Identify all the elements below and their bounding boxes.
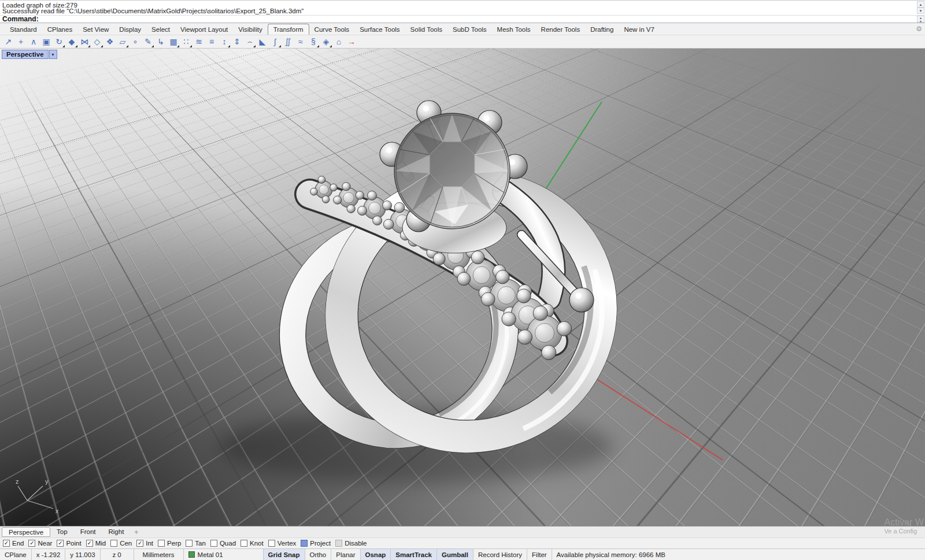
set-points-icon[interactable]: ≡ — [205, 36, 218, 48]
checkbox-quad[interactable] — [210, 540, 217, 547]
move-icon[interactable]: ↗ — [2, 36, 14, 48]
cage-edit-icon[interactable]: ◈ — [320, 36, 332, 48]
viewport-tab-front[interactable]: Front — [74, 527, 102, 537]
add-viewport-icon[interactable]: + — [130, 528, 142, 536]
osnap-knot[interactable]: Knot — [240, 540, 264, 547]
checkbox-near[interactable]: ✓ — [28, 540, 35, 547]
osnap-project[interactable]: Project — [301, 540, 331, 547]
status-cplane[interactable]: CPlane — [0, 549, 32, 560]
osnap-tan[interactable]: Tan — [186, 540, 206, 547]
osnap-cen[interactable]: Cen — [110, 540, 132, 547]
toolbar-tab-subd-tools[interactable]: SubD Tools — [447, 24, 492, 35]
orient-icon[interactable]: ∘ — [129, 36, 142, 48]
toolbar-tab-select[interactable]: Select — [146, 24, 175, 35]
status-available-physical-memory-6966-mb[interactable]: Available physical memory: 6966 MB — [552, 549, 925, 560]
scale-3d-icon[interactable]: ❖ — [103, 36, 116, 48]
command-prompt[interactable]: Command: — [0, 15, 925, 23]
toolbar-tab-cplanes[interactable]: CPlanes — [42, 24, 77, 35]
toolbar-tab-set-view[interactable]: Set View — [77, 24, 114, 35]
toolbar-tab-visibility[interactable]: Visibility — [233, 24, 267, 35]
osnap-near[interactable]: ✓Near — [28, 540, 52, 547]
scroll-up-icon[interactable]: ▲ — [917, 1, 924, 8]
scroll-down-icon[interactable]: ▼ — [917, 8, 924, 14]
flow-surface-icon[interactable]: ∬ — [282, 36, 294, 48]
viewport-dropdown-icon[interactable]: ▼ — [49, 50, 57, 59]
toolbar-tab-standard[interactable]: Standard — [5, 24, 42, 35]
checkbox-project[interactable] — [301, 540, 308, 547]
scale-nonuniform-icon[interactable]: ⇕ — [231, 36, 243, 48]
status-y-11-003[interactable]: y 11.003 — [65, 549, 100, 560]
taper-icon[interactable]: ◣ — [256, 36, 269, 48]
drag-icon[interactable]: + — [14, 36, 27, 48]
status-grid-snap[interactable]: Grid Snap — [264, 549, 305, 560]
checkbox-point[interactable]: ✓ — [57, 540, 64, 547]
scale-1d-icon[interactable]: ↕ — [218, 36, 231, 48]
osnap-point[interactable]: ✓Point — [57, 540, 81, 547]
command-area[interactable]: Loaded graph of size:279 Successfully re… — [0, 1, 925, 23]
orient-on-curve-icon[interactable]: ∧ — [27, 36, 40, 48]
status-planar[interactable]: Planar — [331, 549, 360, 560]
checkbox-perp[interactable] — [158, 540, 165, 547]
toolbar-tab-transform[interactable]: Transform — [268, 24, 309, 35]
array-icon[interactable]: ▦ — [167, 36, 180, 48]
toolbar-tab-display[interactable]: Display — [114, 24, 146, 35]
osnap-perp[interactable]: Perp — [158, 540, 181, 547]
bend-icon[interactable]: ⌢ — [243, 36, 256, 48]
status-z-0[interactable]: z 0 — [101, 549, 134, 560]
status-millimeters[interactable]: Millimeters — [134, 549, 184, 560]
osnap-quad[interactable]: Quad — [210, 540, 236, 547]
osnap-vertex[interactable]: Vertex — [268, 540, 297, 547]
checkbox-end[interactable]: ✓ — [3, 540, 10, 547]
toolbar-tab-render-tools[interactable]: Render Tools — [536, 24, 586, 35]
dome-icon[interactable]: ⌂ — [332, 36, 345, 48]
checkbox-int[interactable]: ✓ — [136, 540, 143, 547]
perspective-viewport[interactable]: z y x Perspective ▼ — [0, 49, 925, 526]
osnap-end[interactable]: ✓End — [3, 540, 24, 547]
status-osnap[interactable]: Osnap — [361, 549, 391, 560]
checkbox-knot[interactable] — [240, 540, 247, 547]
twist-icon[interactable]: § — [307, 36, 320, 48]
exit-arrow-icon[interactable]: → — [345, 36, 358, 48]
viewport-tab-perspective[interactable]: Perspective — [2, 527, 50, 537]
checkbox-mid[interactable]: ✓ — [86, 540, 93, 547]
toolbar-tab-drafting[interactable]: Drafting — [585, 24, 619, 35]
viewport-tab-top[interactable]: Top — [50, 527, 74, 537]
array-polar-icon[interactable]: ∷ — [180, 36, 193, 48]
toolbar-tab-surface-tools[interactable]: Surface Tools — [354, 24, 405, 35]
viewport-tab-right[interactable]: Right — [102, 527, 130, 537]
remap-cplane-icon[interactable]: ↳ — [154, 36, 167, 48]
gear-icon[interactable]: ⚙ — [916, 25, 922, 33]
toolbar-tab-mesh-tools[interactable]: Mesh Tools — [492, 24, 536, 35]
toolbar-tab-solid-tools[interactable]: Solid Tools — [405, 24, 447, 35]
status-ortho[interactable]: Ortho — [305, 549, 332, 560]
flow-icon[interactable]: ∫ — [269, 36, 282, 48]
status-smarttrack[interactable]: SmartTrack — [391, 549, 437, 560]
status-filter[interactable]: Filter — [527, 549, 552, 560]
toolbar-tab-curve-tools[interactable]: Curve Tools — [309, 24, 355, 35]
osnap-disable[interactable]: Disable — [335, 540, 367, 547]
rotate-3d-icon[interactable]: ◆ — [65, 36, 78, 48]
command-spinner[interactable]: ▲▼ — [917, 16, 924, 23]
orient-2pt-icon[interactable]: ✎ — [142, 36, 154, 48]
status-gumball[interactable]: Gumball — [437, 549, 473, 560]
checkbox-vertex[interactable] — [268, 540, 275, 547]
osnap-int[interactable]: ✓Int — [136, 540, 153, 547]
mirror-icon[interactable]: ⋈ — [78, 36, 91, 48]
shear-icon[interactable]: ▱ — [116, 36, 129, 48]
osnap-mid[interactable]: ✓Mid — [86, 540, 106, 547]
rotate-icon[interactable]: ↻ — [53, 36, 65, 48]
command-history-scrollbar[interactable]: ▲ ▼ — [917, 1, 924, 14]
checkbox-cen[interactable] — [110, 540, 117, 547]
scale-icon[interactable]: ◇ — [91, 36, 103, 48]
status-metal-01[interactable]: Metal 01 — [184, 549, 264, 560]
toolbar-tab-new-in-v7[interactable]: New in V7 — [619, 24, 659, 35]
checkbox-tan[interactable] — [186, 540, 193, 547]
status-record-history[interactable]: Record History — [473, 549, 527, 560]
smooth-icon[interactable]: ≈ — [294, 36, 307, 48]
status-x-1-292[interactable]: x -1.292 — [32, 549, 66, 560]
checkbox-disable[interactable] — [335, 540, 342, 547]
toolbar-tab-viewport-layout[interactable]: Viewport Layout — [175, 24, 233, 35]
copy-icon[interactable]: ▣ — [40, 36, 53, 48]
array-curve-icon[interactable]: ≋ — [193, 36, 205, 48]
viewport-title[interactable]: Perspective — [2, 50, 49, 59]
